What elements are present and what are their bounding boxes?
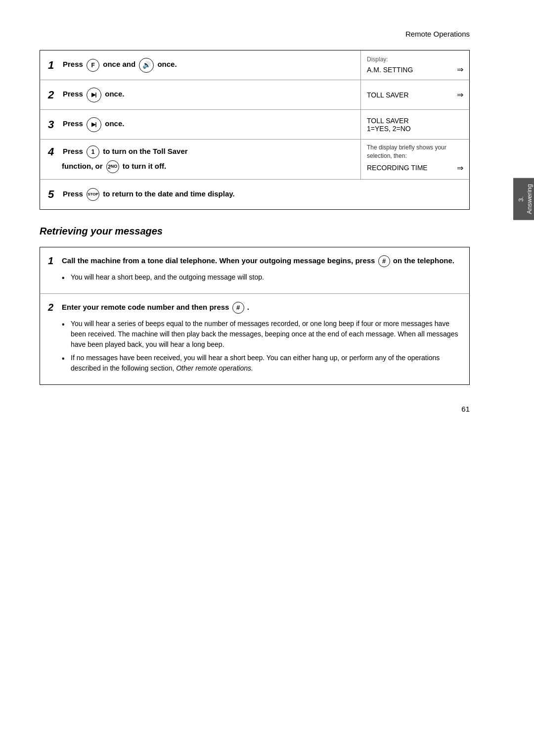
bullet-item-2a: You will hear a series of beeps equal to… (62, 319, 461, 350)
step-1-text: Press F once and 🔊 once. (63, 58, 177, 73)
step-2-display: TOLL SAVER ⇒ (360, 80, 469, 109)
stop-button: STOP (87, 188, 99, 201)
right-tab-num: 3. (517, 196, 525, 202)
step-4-text-line2: function, or 2NO to turn it off. (62, 160, 166, 173)
right-tab-line1: Answering (526, 184, 533, 214)
step-4-text-line1: Press 1 to turn on the Toll Saver (63, 145, 188, 158)
page-container: 3. Answering Machine Remote Operations 1… (0, 0, 534, 756)
step-3-row: 3 Press ▶| once. TOLL SAVER 1=YES, 2=NO (40, 110, 469, 140)
retrieve-step-1-header: 1 Call the machine from a tone dial tele… (48, 255, 461, 267)
step-1-row: 1 Press F once and 🔊 once. Display: A.M.… (40, 50, 469, 80)
step-4-row: 4 Press 1 to turn on the Toll Saver func… (40, 140, 469, 180)
step-3-text: Press ▶| once. (63, 117, 124, 132)
step-2-display-value: TOLL SAVER ⇒ (367, 90, 463, 99)
step-4-row2: function, or 2NO to turn it off. (48, 160, 353, 173)
bullet-item-2b: If no messages have been received, you w… (62, 353, 461, 374)
step-5-num: 5 (48, 188, 58, 201)
play-button-3: ▶| (87, 117, 101, 132)
step-3-num: 3 (48, 118, 58, 131)
step-3-display: TOLL SAVER 1=YES, 2=NO (360, 110, 469, 139)
retrieving-box: 1 Call the machine from a tone dial tele… (40, 247, 470, 385)
step-2-text: Press ▶| once. (63, 88, 124, 102)
step-5-content: 5 Press STOP to return to the date and t… (40, 180, 469, 209)
retrieve-step-2: 2 Enter your remote code number and then… (40, 294, 469, 384)
section-header: Remote Operations (40, 30, 494, 38)
step-5-row: 5 Press STOP to return to the date and t… (40, 180, 469, 209)
step-4-display-small: The display briefly shows your selection… (367, 143, 463, 160)
retrieve-step-2-bullets: You will hear a series of beeps equal to… (48, 319, 461, 374)
step-1-content: 1 Press F once and 🔊 once. (40, 50, 360, 80)
retrieve-step-1-bullets: You will hear a short beep, and the outg… (48, 272, 461, 283)
step-4-display-value: RECORDING TIME ⇒ (367, 163, 463, 173)
step-4-display: The display briefly shows your selection… (360, 140, 469, 179)
step-3-display-line1: TOLL SAVER 1=YES, 2=NO (367, 117, 463, 133)
right-tab: 3. Answering Machine (513, 178, 534, 220)
hash-button-2: # (232, 302, 244, 314)
play-button-2: ▶| (87, 88, 101, 102)
retrieve-step-2-header: 2 Enter your remote code number and then… (48, 302, 461, 314)
step-3-content: 3 Press ▶| once. (40, 110, 360, 139)
retrieve-step-2-text: Enter your remote code number and then p… (62, 302, 249, 314)
step-1-num: 1 (48, 59, 58, 72)
instruction-box: 1 Press F once and 🔊 once. Display: A.M.… (40, 50, 470, 210)
display-label: Display: (367, 56, 463, 63)
f-button: F (87, 59, 99, 72)
btn-1: 1 (87, 145, 99, 158)
step-4-content: 4 Press 1 to turn on the Toll Saver func… (40, 140, 360, 179)
arrow-icon-2: ⇒ (457, 90, 463, 99)
step-1-display: Display: A.M. SETTING ⇒ (360, 50, 469, 80)
retrieve-step-1-num: 1 (48, 255, 57, 267)
step-1-display-value: A.M. SETTING ⇒ (367, 65, 463, 74)
arrow-icon: ⇒ (457, 65, 463, 74)
section-title: Retrieving your messages (40, 226, 470, 237)
step-4-row1: 4 Press 1 to turn on the Toll Saver (48, 145, 353, 158)
retrieve-step-1-text: Call the machine from a tone dial teleph… (62, 255, 454, 267)
page-number: 61 (40, 405, 494, 413)
retrieve-step-2-num: 2 (48, 302, 57, 313)
speaker-button: 🔊 (139, 58, 154, 73)
arrow-icon-4: ⇒ (457, 163, 463, 173)
step-2-num: 2 (48, 89, 58, 101)
step-2-content: 2 Press ▶| once. (40, 80, 360, 109)
italic-ref: Other remote operations. (176, 364, 253, 372)
bullet-item: You will hear a short beep, and the outg… (62, 272, 461, 283)
hash-button-1: # (378, 255, 390, 267)
step-2-row: 2 Press ▶| once. TOLL SAVER ⇒ (40, 80, 469, 110)
retrieve-step-1: 1 Call the machine from a tone dial tele… (40, 247, 469, 294)
btn-2no: 2NO (106, 160, 119, 173)
step-4-num: 4 (48, 145, 58, 158)
step-5-text: Press STOP to return to the date and tim… (63, 188, 235, 201)
